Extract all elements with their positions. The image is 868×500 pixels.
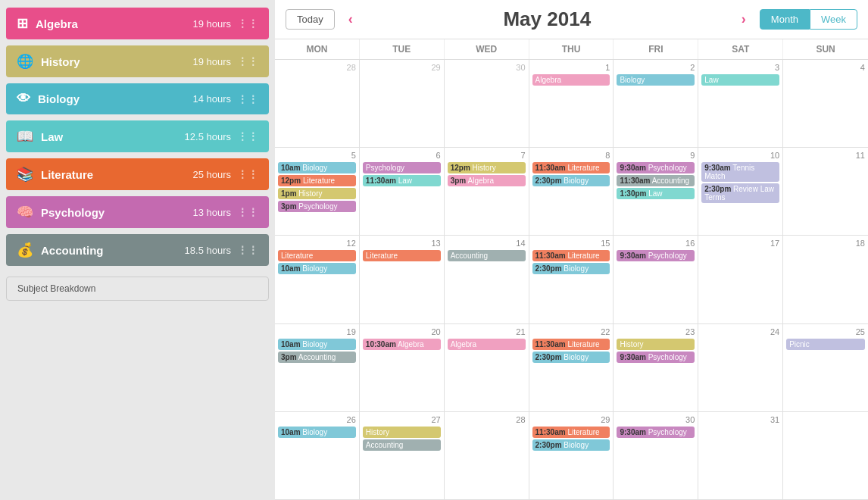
calendar-cell[interactable]: 811:30am Literature2:30pm Biology bbox=[529, 148, 614, 236]
calendar-cell[interactable] bbox=[783, 412, 868, 500]
calendar-cell[interactable]: 3Law bbox=[698, 60, 783, 148]
calendar-event[interactable]: 11:30am Literature bbox=[532, 162, 610, 173]
calendar-event[interactable]: Psychology bbox=[363, 162, 441, 173]
calendar-cell[interactable]: 27HistoryAccounting bbox=[360, 412, 445, 500]
calendar-event[interactable]: 3pm Psychology bbox=[278, 201, 356, 212]
day-number: 4 bbox=[786, 63, 865, 72]
calendar-event[interactable]: History bbox=[617, 339, 695, 350]
calendar-event[interactable]: 1pm History bbox=[278, 188, 356, 199]
calendar-event[interactable]: 2:30pm Biology bbox=[532, 439, 610, 451]
calendar-cell[interactable]: 6Psychology11:30am Law bbox=[360, 148, 445, 236]
calendar-event[interactable]: 9:30am Psychology bbox=[617, 427, 695, 438]
calendar-cell[interactable]: 31 bbox=[698, 412, 783, 500]
next-arrow[interactable]: › bbox=[737, 11, 751, 27]
week-view-button[interactable]: Week bbox=[810, 9, 857, 30]
calendar-event[interactable]: 12pm History bbox=[448, 162, 526, 173]
calendar-cell[interactable]: 4 bbox=[783, 60, 868, 148]
calendar-event[interactable]: 11:30am Accounting bbox=[617, 175, 695, 186]
law-drag-handle[interactable]: ⋮⋮ bbox=[237, 130, 258, 142]
calendar-event[interactable]: 9:30am Psychology bbox=[617, 250, 695, 261]
calendar-cell[interactable]: 109:30am Tennis Match2:30pm Review Law T… bbox=[698, 148, 783, 236]
sidebar-item-law[interactable]: 📖 Law 12.5 hours ⋮⋮ bbox=[6, 120, 269, 152]
calendar-cell[interactable]: 23History9:30am Psychology bbox=[614, 324, 698, 412]
calendar-event[interactable]: 2:30pm Biology bbox=[532, 352, 610, 363]
calendar-cell[interactable]: 14Accounting bbox=[445, 236, 529, 323]
calendar-cell[interactable]: 712pm History3pm Algebra bbox=[445, 148, 529, 236]
calendar-cell[interactable]: 24 bbox=[698, 324, 783, 412]
sidebar-item-history[interactable]: 🌐 History 19 hours ⋮⋮ bbox=[6, 45, 269, 77]
calendar-event[interactable]: Biology bbox=[617, 74, 695, 86]
calendar-cell[interactable]: 25Picnic bbox=[783, 324, 868, 412]
calendar-event[interactable]: Algebra bbox=[448, 339, 526, 350]
calendar-event[interactable]: 2:30pm Biology bbox=[532, 175, 610, 186]
calendar-cell[interactable]: 13Literature bbox=[360, 236, 445, 323]
calendar-event[interactable]: 12pm Literature bbox=[278, 175, 356, 186]
calendar-event[interactable]: 9:30am Psychology bbox=[617, 352, 695, 363]
calendar-event[interactable]: 10:30am Algebra bbox=[363, 339, 441, 350]
sidebar-item-accounting[interactable]: 💰 Accounting 18.5 hours ⋮⋮ bbox=[6, 234, 269, 266]
calendar-cell[interactable]: 28 bbox=[275, 60, 360, 148]
event-time: 11:30am bbox=[535, 428, 566, 436]
subject-breakdown-button[interactable]: Subject Breakdown bbox=[6, 277, 269, 301]
prev-arrow[interactable]: ‹ bbox=[344, 11, 358, 27]
calendar-event[interactable]: Literature bbox=[278, 250, 356, 261]
calendar-cell[interactable]: 2211:30am Literature2:30pm Biology bbox=[529, 324, 614, 412]
calendar-cell[interactable]: 29 bbox=[360, 60, 445, 148]
day-number: 10 bbox=[701, 151, 779, 160]
sidebar-item-psychology[interactable]: 🧠 Psychology 13 hours ⋮⋮ bbox=[6, 196, 269, 228]
calendar-cell[interactable]: 99:30am Psychology11:30am Accounting1:30… bbox=[614, 148, 698, 236]
calendar-event[interactable]: 11:30am Law bbox=[363, 175, 441, 186]
calendar-event[interactable]: 10am Biology bbox=[278, 162, 356, 173]
calendar-cell[interactable]: 28 bbox=[445, 412, 529, 500]
sidebar-item-algebra[interactable]: ⊞ Algebra 19 hours ⋮⋮ bbox=[6, 8, 269, 39]
calendar-cell[interactable]: 309:30am Psychology bbox=[614, 412, 698, 500]
calendar-cell[interactable]: 30 bbox=[445, 60, 529, 148]
biology-drag-handle[interactable]: ⋮⋮ bbox=[237, 93, 258, 105]
calendar-event[interactable]: Accounting bbox=[363, 439, 441, 451]
calendar-event[interactable]: 10am Biology bbox=[278, 263, 356, 274]
event-time: 2:30pm bbox=[535, 177, 562, 185]
calendar-event[interactable]: 2:30pm Review Law Terms bbox=[701, 183, 779, 203]
calendar-cell[interactable]: 2610am Biology bbox=[275, 412, 360, 500]
calendar-event[interactable]: 11:30am Literature bbox=[532, 250, 610, 261]
calendar-cell[interactable]: 1Algebra bbox=[529, 60, 614, 148]
history-drag-handle[interactable]: ⋮⋮ bbox=[237, 55, 258, 67]
calendar-event[interactable]: Literature bbox=[363, 250, 441, 261]
calendar-cell[interactable]: 2010:30am Algebra bbox=[360, 324, 445, 412]
algebra-drag-handle[interactable]: ⋮⋮ bbox=[237, 17, 258, 30]
calendar-event[interactable]: 10am Biology bbox=[278, 339, 356, 350]
psychology-drag-handle[interactable]: ⋮⋮ bbox=[237, 206, 258, 218]
calendar-cell[interactable]: 2911:30am Literature2:30pm Biology bbox=[529, 412, 614, 500]
calendar-event[interactable]: 9:30am Psychology bbox=[617, 162, 695, 173]
calendar-cell[interactable]: 18 bbox=[783, 236, 868, 323]
calendar-cell[interactable]: 12Literature10am Biology bbox=[275, 236, 360, 323]
calendar-event[interactable]: 3pm Algebra bbox=[448, 175, 526, 186]
literature-drag-handle[interactable]: ⋮⋮ bbox=[237, 168, 258, 180]
calendar-cell[interactable]: 21Algebra bbox=[445, 324, 529, 412]
calendar-event[interactable]: Picnic bbox=[786, 339, 865, 350]
calendar-event[interactable]: 10am Biology bbox=[278, 427, 356, 438]
calendar-event[interactable]: 3pm Accounting bbox=[278, 352, 356, 363]
calendar-event[interactable]: 11:30am Literature bbox=[532, 339, 610, 350]
calendar-event[interactable]: History bbox=[363, 427, 441, 438]
month-view-button[interactable]: Month bbox=[760, 9, 810, 30]
sidebar-item-biology[interactable]: 👁 Biology 14 hours ⋮⋮ bbox=[6, 83, 269, 114]
calendar-event[interactable]: 1:30pm Law bbox=[617, 188, 695, 199]
calendar-cell[interactable]: 510am Biology12pm Literature1pm History3… bbox=[275, 148, 360, 236]
accounting-drag-handle[interactable]: ⋮⋮ bbox=[237, 244, 258, 256]
calendar-cell[interactable]: 11 bbox=[783, 148, 868, 236]
calendar-event[interactable]: 11:30am Literature bbox=[532, 427, 610, 438]
calendar-event[interactable]: Algebra bbox=[532, 74, 610, 86]
sidebar-item-literature[interactable]: 📚 Literature 25 hours ⋮⋮ bbox=[6, 158, 269, 190]
calendar-cell[interactable]: 1910am Biology3pm Accounting bbox=[275, 324, 360, 412]
calendar-cell[interactable]: 17 bbox=[698, 236, 783, 323]
calendar-event[interactable]: Law bbox=[701, 74, 779, 86]
calendar-event[interactable]: 2:30pm Biology bbox=[532, 263, 610, 274]
calendar-cell[interactable]: 2Biology bbox=[614, 60, 698, 148]
calendar-cell[interactable]: 1511:30am Literature2:30pm Biology bbox=[529, 236, 614, 323]
calendar-event[interactable]: 9:30am Tennis Match bbox=[701, 162, 779, 182]
day-number: 23 bbox=[617, 327, 695, 336]
calendar-cell[interactable]: 169:30am Psychology bbox=[614, 236, 698, 323]
calendar-event[interactable]: Accounting bbox=[448, 250, 526, 261]
today-button[interactable]: Today bbox=[286, 9, 335, 30]
